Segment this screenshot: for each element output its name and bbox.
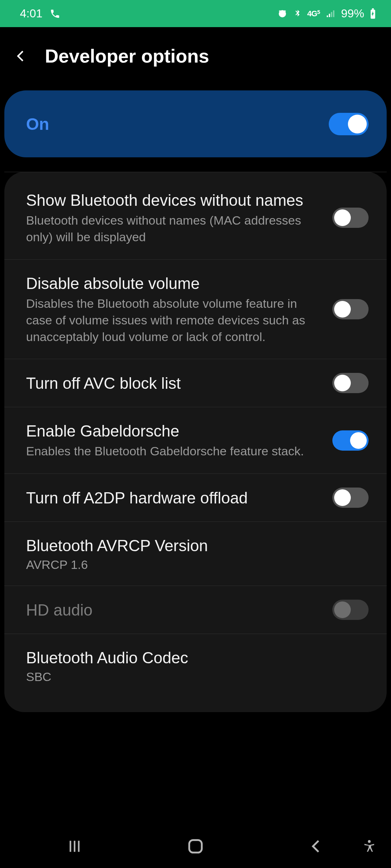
row-enable-gabeldorsche[interactable]: Enable Gabeldorsche Enables the Bluetoot… [4, 407, 387, 473]
signal-icon [325, 9, 336, 19]
row-title: Enable Gabeldorsche [26, 421, 318, 441]
toggle-a2dp-offload[interactable] [332, 488, 369, 508]
battery-percent: 99% [341, 7, 364, 20]
navigation-bar [0, 825, 391, 868]
row-subtitle: Bluetooth devices without names (MAC add… [26, 212, 318, 246]
row-title: Disable absolute volume [26, 273, 318, 293]
row-subtitle: Disables the Bluetooth absolute volume f… [26, 295, 318, 345]
network-4g-icon: 4G⁵ [307, 9, 320, 18]
svg-point-6 [368, 840, 371, 843]
row-value: SBC [26, 670, 354, 684]
bluetooth-icon [293, 8, 302, 19]
row-turn-off-a2dp-offload[interactable]: Turn off A2DP hardware offload [4, 473, 387, 522]
row-title: Turn off A2DP hardware offload [26, 488, 318, 508]
svg-rect-5 [189, 840, 202, 853]
back-button[interactable] [308, 838, 325, 855]
title-bar: Developer options [0, 27, 391, 85]
row-title: Bluetooth AVRCP Version [26, 536, 354, 556]
accessibility-icon[interactable] [362, 839, 377, 854]
row-value: AVRCP 1.6 [26, 558, 354, 572]
row-bt-audio-codec[interactable]: Bluetooth Audio Codec SBC [4, 634, 387, 698]
toggle-gabeldorsche[interactable] [332, 430, 369, 451]
page-title: Developer options [45, 45, 209, 67]
call-bluetooth-icon [50, 8, 60, 19]
row-turn-off-avc-block-list[interactable]: Turn off AVC block list [4, 359, 387, 407]
row-disable-absolute-volume[interactable]: Disable absolute volume Disables the Blu… [4, 259, 387, 359]
toggle-avc-block-list[interactable] [332, 373, 369, 393]
battery-charging-icon [369, 8, 377, 19]
toggle-hd-audio [332, 600, 369, 620]
status-time: 4:01 [20, 7, 42, 20]
row-hd-audio: HD audio [4, 586, 387, 634]
row-title: Show Bluetooth devices without names [26, 190, 318, 210]
master-toggle-label: On [26, 114, 49, 134]
developer-options-master-toggle[interactable]: On [4, 90, 387, 157]
row-subtitle: Enables the Bluetooth Gabeldorsche featu… [26, 443, 318, 460]
toggle-show-bt-without-names[interactable] [332, 208, 369, 228]
row-title: Turn off AVC block list [26, 373, 318, 393]
row-title: HD audio [26, 600, 318, 620]
back-icon[interactable] [14, 49, 28, 63]
master-toggle-switch[interactable] [329, 113, 369, 135]
alarm-icon [277, 8, 288, 19]
svg-rect-1 [372, 8, 374, 10]
home-button[interactable] [186, 837, 205, 856]
settings-card: Show Bluetooth devices without names Blu… [4, 172, 387, 712]
row-avrcp-version[interactable]: Bluetooth AVRCP Version AVRCP 1.6 [4, 522, 387, 586]
status-bar: 4:01 4G⁵ 99% [0, 0, 391, 27]
row-show-bt-without-names[interactable]: Show Bluetooth devices without names Blu… [4, 172, 387, 259]
recents-button[interactable] [66, 838, 83, 855]
toggle-disable-absolute-volume[interactable] [332, 299, 369, 319]
row-title: Bluetooth Audio Codec [26, 648, 354, 668]
